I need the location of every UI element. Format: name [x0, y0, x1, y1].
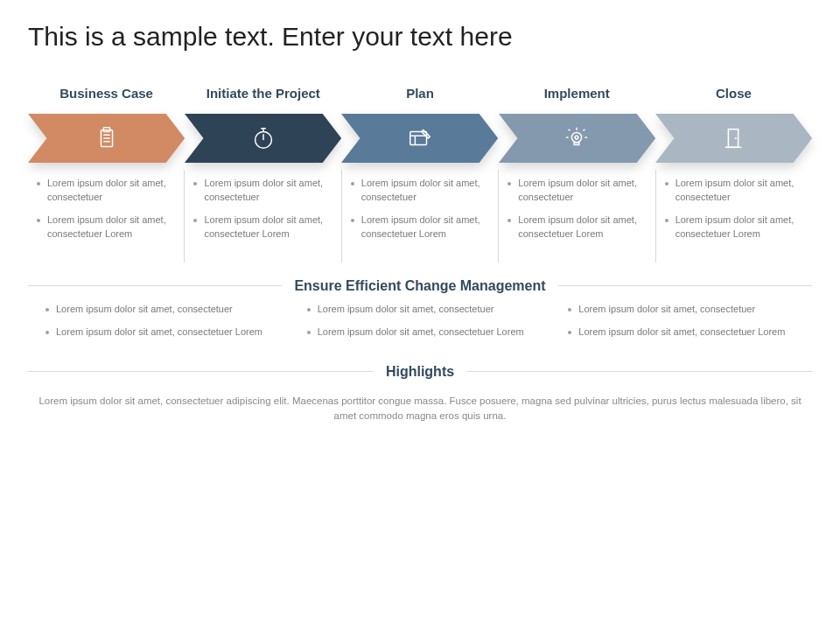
bullet-list: Lorem ipsum dolor sit amet, consectetuer…: [46, 303, 272, 340]
bullet: Lorem ipsum dolor sit amet, consectetuer…: [193, 214, 332, 242]
lightbulb-icon: [564, 125, 590, 151]
bullet-list: Lorem ipsum dolor sit amet, consectetuer…: [37, 177, 175, 242]
bullet: Lorem ipsum dolor sit amet, consectetuer: [307, 303, 534, 317]
change-columns: Lorem ipsum dolor sit amet, consectetuer…: [28, 303, 812, 348]
bullet: Lorem ipsum dolor sit amet, consectetuer…: [307, 326, 534, 340]
page-title: This is a sample text. Enter your text h…: [28, 21, 812, 52]
bullet: Lorem ipsum dolor sit amet, consectetuer: [508, 177, 646, 205]
bullet: Lorem ipsum dolor sit amet, consectetuer: [37, 177, 175, 205]
stage-head: Initiate the Project: [185, 79, 341, 114]
bullet: Lorem ipsum dolor sit amet, consectetuer…: [46, 326, 272, 340]
change-col: Lorem ipsum dolor sit amet, consectetuer…: [307, 303, 534, 348]
bullet-list: Lorem ipsum dolor sit amet, consectetuer…: [508, 177, 646, 242]
bullet-list: Lorem ipsum dolor sit amet, consectetuer…: [568, 303, 794, 340]
change-section-header: Ensure Efficient Change Management: [28, 278, 812, 294]
bullet-list: Lorem ipsum dolor sit amet, consectetuer…: [665, 177, 803, 242]
svg-point-16: [572, 132, 582, 142]
bullet: Lorem ipsum dolor sit amet, consectetuer…: [508, 214, 646, 242]
divider: [28, 371, 374, 372]
arrow-stage-4: [499, 114, 655, 163]
arrow-stage-2: [185, 114, 341, 163]
bullet: Lorem ipsum dolor sit amet, consectetuer: [351, 177, 489, 205]
highlights-text: Lorem ipsum dolor sit amet, consectetuer…: [28, 388, 812, 424]
bullet: Lorem ipsum dolor sit amet, consectetuer: [568, 303, 794, 317]
slide: This is a sample text. Enter your text h…: [0, 0, 840, 630]
svg-point-22: [575, 136, 578, 139]
stage-body: Lorem ipsum dolor sit amet, consectetuer…: [185, 170, 341, 262]
stage-bullets-row: Lorem ipsum dolor sit amet, consectetuer…: [28, 170, 812, 262]
chevron-arrows: [28, 114, 812, 163]
svg-rect-24: [729, 130, 738, 148]
stage-head: Close: [655, 79, 812, 114]
divider: [466, 371, 812, 372]
bullet-list: Lorem ipsum dolor sit amet, consectetuer…: [351, 177, 489, 242]
bullet: Lorem ipsum dolor sit amet, consectetuer…: [351, 214, 489, 242]
bullet: Lorem ipsum dolor sit amet, consectetuer: [46, 303, 272, 317]
stage-body: Lorem ipsum dolor sit amet, consectetuer…: [656, 170, 812, 262]
bullet: Lorem ipsum dolor sit amet, consectetuer…: [37, 214, 175, 242]
bullet: Lorem ipsum dolor sit amet, consectetuer…: [568, 326, 794, 340]
change-col: Lorem ipsum dolor sit amet, consectetuer…: [46, 303, 272, 348]
bullet-list: Lorem ipsum dolor sit amet, consectetuer…: [307, 303, 534, 340]
stage-head: Implement: [499, 79, 655, 114]
highlights-section-header: Highlights: [28, 364, 812, 380]
clipboard-icon: [94, 125, 120, 151]
divider: [558, 285, 812, 286]
bullet: Lorem ipsum dolor sit amet, consectetuer: [193, 177, 332, 205]
highlights-title: Highlights: [374, 364, 466, 380]
door-icon: [720, 125, 746, 151]
stage-head: Plan: [341, 79, 498, 114]
change-col: Lorem ipsum dolor sit amet, consectetuer…: [568, 303, 794, 348]
plan-board-icon: [407, 125, 433, 151]
change-title: Ensure Efficient Change Management: [282, 278, 557, 294]
svg-line-20: [569, 130, 570, 131]
svg-line-21: [584, 130, 585, 131]
arrow-stage-1: [28, 114, 185, 163]
arrow-stage-5: [655, 114, 812, 163]
bullet-list: Lorem ipsum dolor sit amet, consectetuer…: [193, 177, 332, 242]
stage-body: Lorem ipsum dolor sit amet, consectetuer…: [342, 170, 499, 262]
stage-body: Lorem ipsum dolor sit amet, consectetuer…: [28, 170, 185, 262]
stage-head: Business Case: [28, 79, 185, 114]
bullet: Lorem ipsum dolor sit amet, consectetuer: [665, 177, 803, 205]
stage-body: Lorem ipsum dolor sit amet, consectetuer…: [499, 170, 655, 262]
bullet: Lorem ipsum dolor sit amet, consectetuer…: [665, 214, 803, 242]
stage-headers: Business Case Initiate the Project Plan …: [28, 79, 812, 114]
arrow-stage-3: [341, 114, 498, 163]
stopwatch-icon: [250, 125, 276, 151]
svg-point-26: [735, 137, 737, 139]
divider: [28, 285, 282, 286]
